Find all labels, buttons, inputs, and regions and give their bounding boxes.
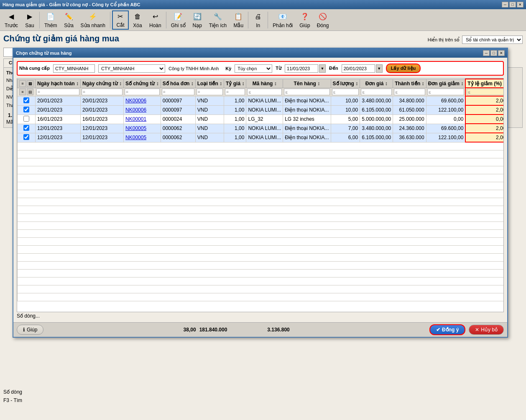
row-so-chung-tu[interactable]: NK00001: [124, 115, 161, 124]
row-icon-2[interactable]: ▤: [27, 89, 33, 95]
nha-cung-cap-code-input[interactable]: [53, 64, 95, 73]
filter-shd-input[interactable]: [162, 89, 194, 95]
toolbar-tien-ich[interactable]: 🔧 Tiện ích: [206, 10, 230, 30]
col-icon-2[interactable]: ▤: [27, 80, 33, 87]
toolbar-hoan[interactable]: ↩ Hoàn: [146, 10, 164, 30]
col-header-so-hoa-don[interactable]: Số hóa đơn ↕: [161, 79, 195, 88]
footer-total: 38,00 181.840.000 3.136.800: [184, 327, 290, 333]
cancel-icon: ✕: [475, 327, 479, 333]
filter-tg-input[interactable]: [225, 89, 245, 95]
col-header-ngay-chung-tu[interactable]: Ngày chứng từ ↕: [81, 79, 124, 88]
row-checkbox[interactable]: [23, 134, 29, 140]
filter-dgg-input[interactable]: [427, 89, 465, 95]
col-header-don-gia[interactable]: Đơn giá ↕: [360, 79, 393, 88]
ky-select[interactable]: Tùy chọn: [235, 64, 272, 73]
modal-maximize-button[interactable]: □: [490, 50, 497, 56]
row-so-chung-tu[interactable]: NK00005: [124, 124, 161, 133]
dong-y-button[interactable]: ✔ Đồng ý: [429, 324, 465, 335]
den-date-input[interactable]: [342, 64, 375, 73]
row-ma-hang: LG_32: [246, 115, 283, 124]
toolbar-dong[interactable]: 🚫 Đóng: [314, 10, 332, 30]
col-header-so-luong[interactable]: Số lượng ↕: [331, 79, 360, 88]
toolbar-phan-hoi[interactable]: 📧 Phản hồi: [270, 10, 296, 30]
filter-tt-input[interactable]: [394, 89, 425, 95]
tools-icon: 🔧: [213, 12, 223, 22]
row-so-chung-tu[interactable]: NK00005: [124, 133, 161, 142]
col-header-thanh-tien[interactable]: Thành tiền ↕: [393, 79, 426, 88]
row-ngay-chung-tu: 20/01/2023: [81, 105, 124, 115]
filter-sl-input[interactable]: [332, 89, 359, 95]
row-ma-hang: NOKIA LUMI...: [246, 124, 283, 133]
col-header-loai-tien[interactable]: Loại tiền ↕: [195, 79, 224, 88]
so-dong-bottom: Số dòng: [3, 389, 22, 395]
modal-minimize-button[interactable]: ─: [483, 50, 490, 56]
table-row: 12/01/2023 12/01/2023 NK00005 0000062 VN…: [18, 133, 504, 142]
toolbar-nap[interactable]: 🔄 Nạp: [189, 10, 205, 30]
toolbar-giup[interactable]: ❓ Giúp: [296, 10, 313, 30]
modal-body: Nhà cung cấp CTY_MINHANH Công ty TNHH Mi…: [13, 58, 507, 322]
delete-icon: 🗑: [133, 12, 143, 22]
row-thanh-tien: 61.050.000: [393, 105, 426, 115]
display-select[interactable]: Sổ tài chính và quản trị: [462, 36, 523, 44]
tu-date-input[interactable]: [285, 64, 318, 73]
table-row-empty: [18, 293, 504, 301]
row-thanh-tien: 36.630.000: [393, 133, 426, 142]
table-row-empty: [18, 262, 504, 270]
filter-lt-input[interactable]: [197, 89, 223, 95]
maximize-button[interactable]: □: [509, 2, 516, 8]
filter-mh-input[interactable]: [247, 89, 282, 95]
row-checkbox[interactable]: [23, 97, 29, 103]
col-header-don-gia-giam[interactable]: Đơn giá giảm ↕: [426, 79, 465, 88]
modal-close-button[interactable]: ✕: [498, 50, 505, 56]
row-checkbox[interactable]: [23, 107, 29, 112]
giup-button[interactable]: ℹ Giúp: [17, 325, 43, 335]
row-checkbox[interactable]: [23, 125, 29, 131]
tu-date-picker-button[interactable]: ▼: [319, 64, 326, 73]
filter-dg-input[interactable]: [361, 89, 392, 95]
filter-nht-input[interactable]: [36, 89, 79, 95]
toolbar-sua[interactable]: ✏️ Sửa: [61, 10, 77, 30]
col-header-ty-le-giam[interactable]: Tỷ lệ giảm (%) ↕: [465, 79, 504, 88]
filter-tlg-input[interactable]: [467, 89, 504, 95]
row-thanh-tien: 25.000.000: [393, 115, 426, 124]
col-header-ten-hang[interactable]: Tên hàng ↕: [283, 79, 331, 88]
close-toolbar-icon: 🚫: [318, 12, 328, 22]
col-header-ma-hang[interactable]: Mã hàng ↕: [246, 79, 283, 88]
col-header-ngay-hach-toan[interactable]: Ngày hạch toán ↕: [36, 79, 81, 88]
toolbar-ghi-so[interactable]: 📝 Ghi sổ: [168, 10, 189, 30]
row-so-chung-tu[interactable]: NK00006: [124, 96, 161, 105]
data-table: ≡ ▤ Ngày hạch toán ↕ Ngày chứng từ ↕: [17, 79, 504, 301]
row-so-chung-tu[interactable]: NK00006: [124, 105, 161, 115]
toolbar-cat[interactable]: ✂ Cắt: [112, 10, 129, 30]
col-icon-1[interactable]: ≡: [19, 80, 26, 87]
huy-bo-button[interactable]: ✕ Hủy bỏ: [469, 325, 504, 335]
filter-nct-input[interactable]: [82, 89, 123, 95]
nha-cung-cap-label: Nhà cung cấp: [19, 66, 50, 71]
row-icon-1[interactable]: ≡: [19, 89, 26, 95]
toolbar-truoc[interactable]: ◀ Trước: [2, 10, 21, 30]
row-don-gia: 6.105.000,00: [360, 133, 393, 142]
row-don-gia-giam: 69.600,00: [426, 96, 465, 105]
close-button[interactable]: ✕: [517, 2, 523, 8]
table-row-empty: [18, 190, 504, 198]
nha-cung-cap-select[interactable]: CTY_MINHANH: [98, 64, 165, 73]
table-filter-operator-row: ≡ ▤: [18, 88, 504, 96]
filter-check-cell: ≡ ▤: [18, 88, 36, 96]
toolbar-sau[interactable]: ▶ Sau: [22, 10, 38, 30]
row-so-hoa-don: 0000062: [161, 133, 195, 142]
col-header-so-chung-tu[interactable]: Số chứng từ ↕: [124, 79, 161, 88]
col-header-ty-gia[interactable]: Tỷ giá ↕: [224, 79, 246, 88]
minimize-button[interactable]: ─: [502, 2, 508, 8]
filter-sct-input[interactable]: [125, 89, 160, 95]
den-date-picker-button[interactable]: ▼: [376, 64, 383, 73]
lay-du-lieu-button[interactable]: Lấy dữ liệu: [386, 64, 421, 73]
toolbar-xoa[interactable]: 🗑 Xóa: [130, 10, 146, 30]
toolbar-sua-nhanh[interactable]: ⚡ Sửa nhanh: [78, 10, 108, 30]
row-checkbox[interactable]: [23, 116, 29, 122]
filter-th-input[interactable]: [284, 89, 329, 95]
toolbar-mau[interactable]: 📋 Mẫu: [230, 10, 246, 30]
toolbar-them[interactable]: 📄 Thêm: [41, 10, 60, 30]
toolbar-in[interactable]: 🖨 In: [250, 10, 266, 30]
row-don-gia: 6.105.000,00: [360, 105, 393, 115]
spacer-total: [230, 327, 264, 333]
